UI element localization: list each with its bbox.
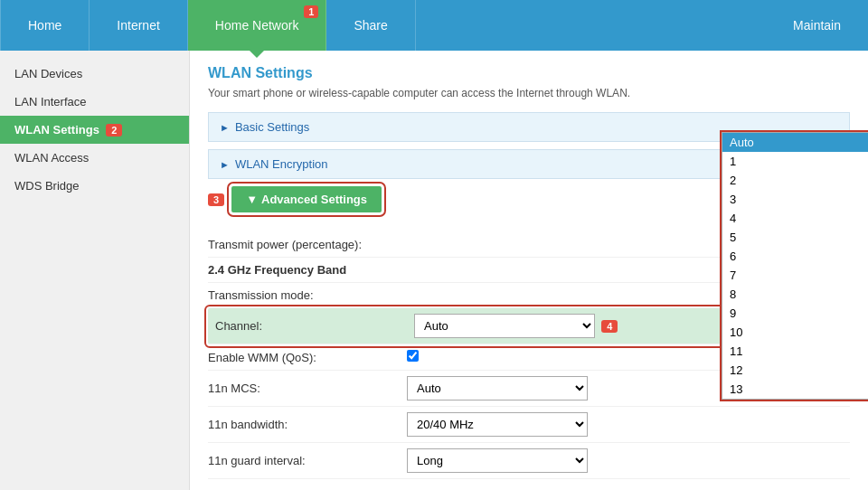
- guard-row: 11n guard interval: Long: [208, 443, 850, 479]
- nav-maintain[interactable]: Maintain: [766, 0, 868, 51]
- content-area: WLAN Settings Your smart phone or wirele…: [190, 51, 868, 490]
- nav-home-network[interactable]: Home Network 1: [188, 0, 327, 51]
- mcs-select[interactable]: Auto: [407, 376, 588, 400]
- sidebar-item-lan-devices[interactable]: LAN Devices: [0, 60, 189, 88]
- bandwidth-select[interactable]: 20/40 MHz: [407, 412, 588, 437]
- sidebar-item-lan-interface[interactable]: LAN Interface: [0, 88, 189, 116]
- nav-home[interactable]: Home: [0, 0, 90, 51]
- nav-share-label: Share: [354, 18, 387, 33]
- sidebar-wds-bridge-label: WDS Bridge: [14, 179, 80, 193]
- transmission-mode-label: Transmission mode:: [208, 288, 407, 302]
- page-description: Your smart phone or wireless-capable com…: [208, 87, 850, 99]
- channel-option-12[interactable]: 12: [722, 361, 868, 380]
- bandwidth-label: 11n bandwidth:: [208, 418, 407, 431]
- wlan-encryption-label: WLAN Encryption: [235, 157, 328, 171]
- nav-home-network-label: Home Network: [215, 18, 299, 33]
- wmm-label: Enable WMM (QoS):: [208, 351, 407, 364]
- wlan-encryption-arrow-icon: ►: [220, 159, 230, 170]
- page-title: WLAN Settings: [208, 65, 850, 81]
- basic-settings-label: Basic Settings: [235, 120, 309, 134]
- sidebar-item-wds-bridge[interactable]: WDS Bridge: [0, 172, 189, 200]
- main-layout: LAN Devices LAN Interface WLAN Settings …: [0, 51, 868, 490]
- guard-value: Long: [407, 448, 850, 473]
- nav-internet-label: Internet: [117, 18, 159, 33]
- channel-option-9[interactable]: 9: [722, 304, 868, 323]
- nav-internet[interactable]: Internet: [90, 0, 187, 51]
- bandwidth-row: 11n bandwidth: 20/40 MHz: [208, 407, 850, 443]
- nav-active-badge: 1: [304, 5, 318, 18]
- channel-option-auto[interactable]: Auto: [722, 133, 868, 152]
- sidebar-wlan-access-label: WLAN Access: [14, 151, 89, 165]
- nav-maintain-label: Maintain: [793, 18, 841, 33]
- basic-settings-arrow-icon: ►: [220, 122, 230, 133]
- sidebar-lan-devices-label: LAN Devices: [14, 67, 82, 80]
- guard-label: 11n guard interval:: [208, 454, 407, 467]
- sidebar: LAN Devices LAN Interface WLAN Settings …: [0, 51, 190, 490]
- channel-option-8[interactable]: 8: [722, 285, 868, 304]
- channel-select[interactable]: Auto: [414, 314, 595, 338]
- channel-option-10[interactable]: 10: [722, 323, 868, 342]
- channel-badge: 4: [601, 320, 618, 333]
- channel-dropdown-list[interactable]: Auto 1 2 3 4 5 6 7 8 9 10 11 12 13: [722, 132, 868, 400]
- sidebar-item-wlan-access[interactable]: WLAN Access: [0, 144, 189, 172]
- transmit-power-label: Transmit power (percentage):: [208, 238, 407, 251]
- wmm-checkbox[interactable]: [407, 350, 419, 362]
- channel-option-1[interactable]: 1: [722, 152, 868, 171]
- channel-option-2[interactable]: 2: [722, 171, 868, 190]
- channel-option-6[interactable]: 6: [722, 247, 868, 266]
- nav-home-label: Home: [28, 18, 61, 33]
- advanced-badge: 3: [208, 193, 224, 206]
- mcs-label: 11n MCS:: [208, 382, 407, 395]
- band-label: 2.4 GHz Frequency Band: [208, 263, 407, 277]
- channel-option-3[interactable]: 3: [722, 190, 868, 209]
- channel-label: Channel:: [215, 319, 414, 333]
- sidebar-wlan-settings-label: WLAN Settings: [14, 123, 99, 137]
- channel-option-5[interactable]: 5: [722, 228, 868, 247]
- advanced-settings-button[interactable]: ▼ Advanced Settings: [231, 186, 382, 212]
- guard-select[interactable]: Long: [407, 448, 588, 473]
- channel-option-11[interactable]: 11: [722, 342, 868, 361]
- channel-option-13[interactable]: 13: [722, 380, 868, 399]
- sidebar-badge: 2: [106, 124, 122, 137]
- channel-option-7[interactable]: 7: [722, 266, 868, 285]
- advanced-settings-label: Advanced Settings: [261, 193, 367, 206]
- top-navigation: Home Internet Home Network 1 Share Maint…: [0, 0, 868, 51]
- advanced-dropdown-icon: ▼: [246, 193, 258, 206]
- sidebar-item-wlan-settings[interactable]: WLAN Settings 2: [0, 116, 189, 144]
- channel-option-4[interactable]: 4: [722, 209, 868, 228]
- sidebar-lan-interface-label: LAN Interface: [14, 95, 87, 108]
- bandwidth-value: 20/40 MHz: [407, 412, 850, 437]
- nav-share[interactable]: Share: [326, 0, 415, 51]
